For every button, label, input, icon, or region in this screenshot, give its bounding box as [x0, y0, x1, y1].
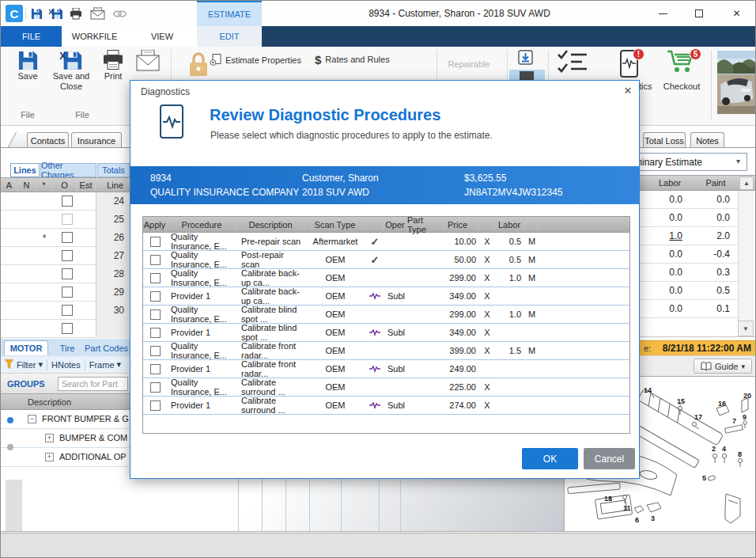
close-button[interactable]: ✕ [716, 1, 756, 26]
labor-value: 1.0 [635, 227, 682, 245]
procedure-row[interactable]: Provider 1 Calibrate front radar... OEM … [143, 360, 629, 378]
apply-checkbox[interactable] [150, 382, 161, 393]
apply-checkbox[interactable] [150, 273, 161, 283]
tree-gutter [6, 480, 22, 531]
parts-group-row[interactable]: + ADDITIONAL OP [1, 448, 130, 467]
procedure-row[interactable]: Quality Insurance, E... Calibrate back-u… [143, 269, 629, 287]
line-checkbox[interactable] [62, 214, 73, 225]
line-number: 28 [96, 265, 130, 283]
apply-checkbox[interactable] [150, 309, 161, 320]
vehicle-photo[interactable] [717, 51, 755, 117]
procedure-row[interactable]: Quality Insurance, E... Calibrate surrou… [143, 378, 629, 397]
line-checkbox[interactable] [62, 287, 73, 298]
tab-motor[interactable]: MOTOR [4, 340, 48, 355]
procedure-row[interactable]: Provider 1 Calibrate surround ... OEM ✓ … [143, 397, 629, 415]
subtab-totals[interactable]: Totals [97, 163, 130, 177]
tree-expander[interactable]: + [45, 434, 54, 442]
scroll-up-icon[interactable]: ▲ [739, 177, 754, 190]
print-preview-icon[interactable] [89, 6, 106, 21]
apply-checkbox[interactable] [150, 255, 161, 265]
line-checkbox[interactable] [62, 195, 73, 207]
tree-expander[interactable]: − [28, 415, 36, 423]
cancel-button[interactable]: Cancel [584, 448, 635, 469]
procedure-row[interactable]: Provider 1 Calibrate back-up ca... OEM ✓… [143, 287, 629, 306]
checklist-button[interactable] [557, 48, 588, 78]
procedure-row[interactable]: Quality Insurance, E... Pre-repair scan … [143, 233, 629, 251]
apply-checkbox[interactable] [150, 328, 161, 338]
apply-checkbox[interactable] [150, 237, 161, 247]
tab-edit[interactable]: EDIT [197, 26, 262, 47]
procedure-row[interactable]: Quality Insurance, E... Post-repair scan… [143, 251, 629, 269]
diagram-callout-number: 7 [732, 417, 736, 425]
line-number: 29 [96, 283, 130, 302]
subtab-other-charges[interactable]: Other Charges [40, 163, 96, 177]
estimate-line-row[interactable] [1, 320, 130, 338]
procedure-row[interactable]: Provider 1 Calibrate blind spot ... OEM … [143, 324, 629, 342]
hnotes-button[interactable]: HNotes [51, 356, 81, 374]
procedure-row[interactable]: Quality Insurance, E... Calibrate blind … [143, 306, 629, 324]
maximize-button[interactable] [681, 1, 716, 26]
estimate-line-row[interactable]: 27 [1, 247, 130, 265]
parts-group-row[interactable]: + BUMPER & COM [1, 429, 130, 448]
print-preview-button[interactable] [132, 50, 164, 72]
save-close-icon[interactable]: X [47, 6, 64, 21]
estimate-line-row[interactable]: 25 [1, 211, 130, 229]
tab-insurance[interactable]: Insurance [71, 132, 122, 148]
save-and-close-button[interactable]: X Save and Close [48, 50, 94, 92]
apply-checkbox[interactable] [150, 291, 161, 302]
procedure-row[interactable]: Quality Insurance, E... Calibrate front … [143, 342, 629, 360]
line-checkbox[interactable] [62, 232, 73, 243]
estimate-line-row[interactable]: 28 [1, 265, 130, 283]
labor-value: 0.0 [635, 209, 682, 227]
menu-view[interactable]: VIEW [127, 26, 197, 47]
apply-checkbox[interactable] [150, 364, 161, 374]
procedure-provider: Quality Insurance, E... [167, 269, 237, 287]
line-checkbox[interactable] [62, 323, 73, 334]
line-checkbox[interactable] [62, 305, 73, 316]
guide-button[interactable]: Guide ▾ [694, 359, 752, 374]
tab-contacts[interactable]: Contacts [27, 132, 69, 148]
apply-checkbox[interactable] [150, 346, 161, 356]
app-logo[interactable]: C [6, 5, 23, 22]
part-search-input[interactable] [58, 377, 128, 391]
price: 299.00 [444, 269, 479, 287]
estimate-line-row[interactable]: 24 [1, 192, 130, 211]
tab-estimate[interactable]: ESTIMATE [197, 1, 262, 26]
tab-notes[interactable]: Notes [690, 132, 724, 148]
filter-button[interactable]: Filter ▾ [17, 356, 43, 374]
tab-part-codes[interactable]: Part Codes [83, 340, 130, 355]
rates-and-rules-button[interactable]: $ Rates and Rules [315, 52, 390, 66]
subtab-lines[interactable]: Lines [10, 163, 40, 177]
menu-workfile[interactable]: WORKFILE [62, 26, 127, 47]
estimate-properties-button[interactable]: Estimate Properties [210, 54, 301, 66]
tree-expander[interactable]: + [45, 453, 54, 461]
save-button[interactable]: Save [9, 50, 47, 82]
parts-group-row[interactable]: − FRONT BUMPER & G [1, 410, 130, 429]
tab-tire[interactable]: Tire [53, 340, 81, 355]
print-button[interactable]: Print [96, 50, 130, 82]
repairable-label[interactable]: Repairable [440, 59, 497, 69]
minimize-button[interactable] [645, 1, 681, 26]
ok-button[interactable]: OK [522, 448, 578, 469]
menu-file[interactable]: FILE [1, 26, 62, 47]
line-checkbox[interactable] [62, 250, 73, 261]
frame-button[interactable]: Frame ▾ [89, 356, 121, 374]
scroll-down-icon[interactable]: ▼ [738, 321, 754, 336]
taxable-flag: X [479, 378, 495, 396]
header-procedure: Procedure [167, 217, 237, 232]
part-type [407, 269, 444, 287]
import-button[interactable] [518, 50, 533, 68]
estimate-line-row[interactable]: 30 [1, 302, 130, 320]
tab-total-loss[interactable]: Total Loss [643, 132, 686, 148]
totals-scrollbar[interactable] [738, 191, 754, 336]
estimate-line-row[interactable]: 29 [1, 283, 130, 302]
diagram-callout-number: 11 [623, 504, 631, 512]
apply-checkbox[interactable] [150, 400, 161, 411]
estimate-line-row[interactable]: * 26 [1, 229, 130, 247]
dialog-close-icon[interactable]: ✕ [619, 84, 637, 98]
import-icon [518, 50, 533, 65]
line-checkbox[interactable] [62, 268, 73, 279]
link-icon[interactable] [112, 6, 127, 21]
print-icon[interactable] [69, 6, 83, 21]
save-icon[interactable] [29, 6, 43, 21]
